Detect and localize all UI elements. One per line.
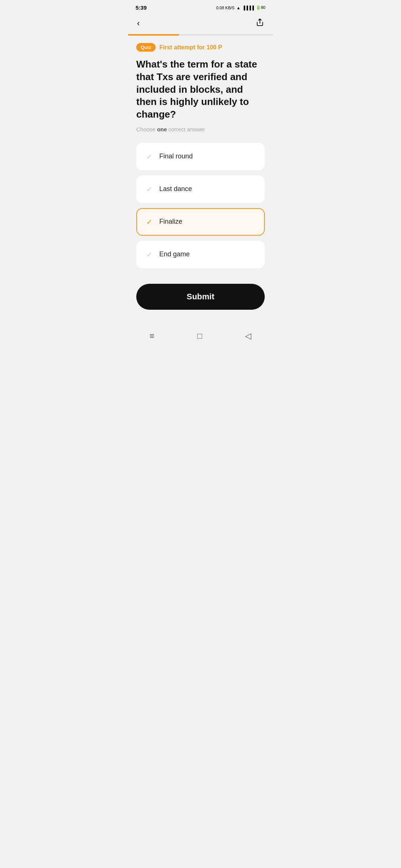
wifi-icon: ▲ xyxy=(237,6,241,10)
instruction-bold: one xyxy=(157,126,167,132)
option-check-2: ✓ xyxy=(144,184,154,194)
instruction-prefix: Choose xyxy=(136,126,156,132)
question-instruction: Choose one correct answer xyxy=(136,126,265,132)
home-icon[interactable]: □ xyxy=(197,331,202,341)
option-label-4: End game xyxy=(159,250,190,258)
quiz-badge: Quiz xyxy=(136,43,156,52)
network-speed: 0.08 KB/S xyxy=(216,6,235,10)
option-label-3: Finalize xyxy=(159,218,182,226)
quiz-header: Quiz First attempt for 100 P xyxy=(136,43,265,52)
option-item-4[interactable]: ✓End game xyxy=(136,241,265,268)
share-button[interactable] xyxy=(254,17,265,30)
status-bar: 5:39 0.08 KB/S ▲ ▐▐▐▐ 🔋80 xyxy=(128,0,273,14)
question-text: What's the term for a state that Txs are… xyxy=(136,58,265,121)
option-check-1: ✓ xyxy=(144,152,154,161)
nav-bar: ‹ xyxy=(128,14,273,34)
menu-icon[interactable]: ≡ xyxy=(150,331,154,341)
option-check-3: ✓ xyxy=(144,217,154,227)
status-icons: 0.08 KB/S ▲ ▐▐▐▐ 🔋80 xyxy=(216,5,265,10)
option-label-2: Last dance xyxy=(159,185,192,193)
signal-icon: ▐▐▐▐ xyxy=(242,6,254,10)
option-item-3[interactable]: ✓Finalize xyxy=(136,208,265,236)
back-nav-icon[interactable]: ◁ xyxy=(245,331,251,341)
option-item-1[interactable]: ✓Final round xyxy=(136,143,265,170)
status-time: 5:39 xyxy=(136,4,147,11)
option-label-1: Final round xyxy=(159,152,193,160)
instruction-suffix: correct answer xyxy=(169,126,205,132)
option-item-2[interactable]: ✓Last dance xyxy=(136,175,265,203)
options-list: ✓Final round✓Last dance✓Finalize✓End gam… xyxy=(136,143,265,268)
quiz-subtitle: First attempt for 100 P xyxy=(159,44,222,51)
bottom-nav: ≡ □ ◁ xyxy=(128,326,273,348)
submit-button[interactable]: Submit xyxy=(136,284,265,310)
main-content: Quiz First attempt for 100 P What's the … xyxy=(128,36,273,326)
option-check-4: ✓ xyxy=(144,250,154,259)
back-button[interactable]: ‹ xyxy=(136,17,141,30)
battery-icon: 🔋80 xyxy=(256,5,265,10)
